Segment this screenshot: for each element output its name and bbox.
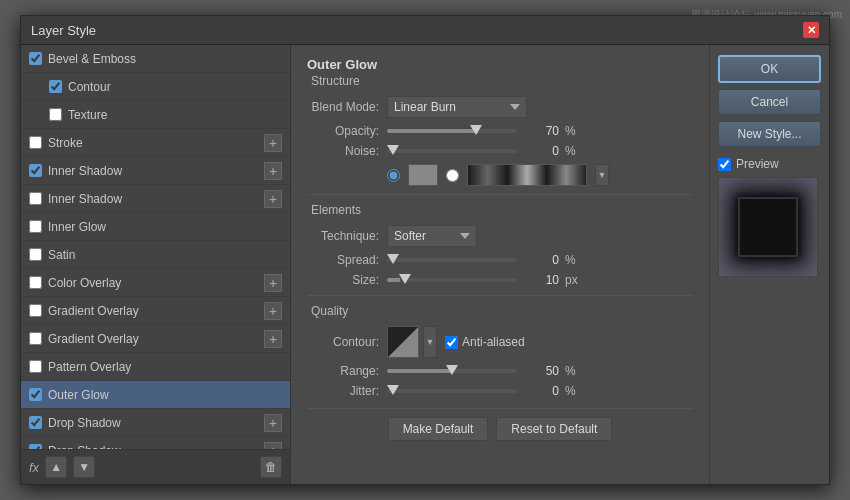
- jitter-slider[interactable]: [387, 389, 517, 393]
- size-row: Size: 10 px: [307, 273, 693, 287]
- layer-item-gradient-overlay-2[interactable]: Gradient Overlay +: [21, 325, 290, 353]
- contour-label: Contour:: [307, 335, 387, 349]
- add-color-overlay-button[interactable]: +: [264, 274, 282, 292]
- label-color-overlay: Color Overlay: [48, 276, 264, 290]
- checkbox-contour[interactable]: [49, 80, 62, 93]
- gradient-preview[interactable]: [467, 164, 587, 186]
- add-gradient-overlay-2-button[interactable]: +: [264, 330, 282, 348]
- size-value: 10: [523, 273, 559, 287]
- label-gradient-overlay-2: Gradient Overlay: [48, 332, 264, 346]
- checkbox-drop-shadow-1[interactable]: [29, 416, 42, 429]
- gradient-radio[interactable]: [446, 169, 459, 182]
- contour-preview[interactable]: [387, 326, 419, 358]
- label-bevel-emboss: Bevel & Emboss: [48, 52, 282, 66]
- section-title: Outer Glow: [307, 57, 693, 72]
- opacity-slider[interactable]: [387, 129, 517, 133]
- noise-label: Noise:: [307, 144, 387, 158]
- add-inner-shadow-1-button[interactable]: +: [264, 162, 282, 180]
- range-slider[interactable]: [387, 369, 517, 373]
- layer-item-stroke[interactable]: Stroke +: [21, 129, 290, 157]
- layer-item-drop-shadow-2[interactable]: Drop Shadow +: [21, 437, 290, 449]
- left-panel: Bevel & Emboss Contour Texture Stroke +: [21, 45, 291, 484]
- delete-button[interactable]: 🗑: [260, 456, 282, 478]
- spread-row: Spread: 0 %: [307, 253, 693, 267]
- add-inner-shadow-2-button[interactable]: +: [264, 190, 282, 208]
- make-default-button[interactable]: Make Default: [388, 417, 489, 441]
- blend-mode-label: Blend Mode:: [307, 100, 387, 114]
- ok-button[interactable]: OK: [718, 55, 821, 83]
- layer-item-inner-glow[interactable]: Inner Glow: [21, 213, 290, 241]
- divider-2: [307, 295, 693, 296]
- spread-slider[interactable]: [387, 258, 517, 262]
- layer-item-color-overlay[interactable]: Color Overlay +: [21, 269, 290, 297]
- anti-aliased-checkbox-label[interactable]: Anti-aliased: [445, 335, 525, 349]
- center-panel: Outer Glow Structure Blend Mode: Linear …: [291, 45, 709, 484]
- noise-value: 0: [523, 144, 559, 158]
- solid-color-radio[interactable]: [387, 169, 400, 182]
- checkbox-texture[interactable]: [49, 108, 62, 121]
- contour-row: Contour: ▼ Anti-aliased: [307, 326, 693, 358]
- blend-mode-select[interactable]: Linear Burn Normal Multiply Screen: [387, 96, 527, 118]
- elements-label: Elements: [307, 203, 693, 217]
- layer-item-gradient-overlay-1[interactable]: Gradient Overlay +: [21, 297, 290, 325]
- add-drop-shadow-1-button[interactable]: +: [264, 414, 282, 432]
- range-row: Range: 50 %: [307, 364, 693, 378]
- opacity-unit: %: [565, 124, 581, 138]
- checkbox-pattern-overlay[interactable]: [29, 360, 42, 373]
- checkbox-stroke[interactable]: [29, 136, 42, 149]
- preview-checkbox-label[interactable]: Preview: [718, 157, 821, 171]
- layer-item-bevel-emboss[interactable]: Bevel & Emboss: [21, 45, 290, 73]
- label-gradient-overlay-1: Gradient Overlay: [48, 304, 264, 318]
- spread-label: Spread:: [307, 253, 387, 267]
- noise-slider[interactable]: [387, 149, 517, 153]
- range-slider-container: 50 %: [387, 364, 693, 378]
- checkbox-bevel-emboss[interactable]: [29, 52, 42, 65]
- layer-item-texture[interactable]: Texture: [21, 101, 290, 129]
- checkbox-inner-shadow-1[interactable]: [29, 164, 42, 177]
- layer-item-inner-shadow-1[interactable]: Inner Shadow +: [21, 157, 290, 185]
- close-button[interactable]: ✕: [803, 22, 819, 38]
- structure-label: Structure: [307, 74, 693, 88]
- move-up-button[interactable]: ▲: [45, 456, 67, 478]
- checkbox-drop-shadow-2[interactable]: [29, 444, 42, 449]
- cancel-button[interactable]: Cancel: [718, 89, 821, 115]
- add-stroke-button[interactable]: +: [264, 134, 282, 152]
- dialog-body: Bevel & Emboss Contour Texture Stroke +: [21, 45, 829, 484]
- checkbox-satin[interactable]: [29, 248, 42, 261]
- gradient-arrow-button[interactable]: ▼: [595, 164, 609, 186]
- anti-aliased-checkbox[interactable]: [445, 336, 458, 349]
- move-down-button[interactable]: ▼: [73, 456, 95, 478]
- layer-item-contour[interactable]: Contour: [21, 73, 290, 101]
- checkbox-inner-glow[interactable]: [29, 220, 42, 233]
- preview-checkbox[interactable]: [718, 158, 731, 171]
- quality-label: Quality: [307, 304, 693, 318]
- label-drop-shadow-2: Drop Shadow: [48, 444, 264, 450]
- add-drop-shadow-2-button[interactable]: +: [264, 442, 282, 450]
- technique-select[interactable]: Softer Precise: [387, 225, 477, 247]
- checkbox-gradient-overlay-2[interactable]: [29, 332, 42, 345]
- technique-row: Technique: Softer Precise: [307, 225, 693, 247]
- color-swatch[interactable]: [408, 164, 438, 186]
- size-slider[interactable]: [387, 278, 517, 282]
- size-unit: px: [565, 273, 581, 287]
- layer-item-pattern-overlay[interactable]: Pattern Overlay: [21, 353, 290, 381]
- checkbox-outer-glow[interactable]: [29, 388, 42, 401]
- dialog-window: Layer Style ✕ Bevel & Emboss Contour: [20, 15, 830, 485]
- right-panel: OK Cancel New Style... Preview: [709, 45, 829, 484]
- add-gradient-overlay-1-button[interactable]: +: [264, 302, 282, 320]
- new-style-button[interactable]: New Style...: [718, 121, 821, 147]
- checkbox-color-overlay[interactable]: [29, 276, 42, 289]
- layer-item-outer-glow[interactable]: Outer Glow: [21, 381, 290, 409]
- contour-dropdown-arrow[interactable]: ▼: [423, 326, 437, 358]
- jitter-row: Jitter: 0 %: [307, 384, 693, 398]
- opacity-row: Opacity: 70 %: [307, 124, 693, 138]
- preview-canvas: [718, 177, 818, 277]
- layer-item-satin[interactable]: Satin: [21, 241, 290, 269]
- reset-to-default-button[interactable]: Reset to Default: [496, 417, 612, 441]
- layer-item-drop-shadow-1[interactable]: Drop Shadow +: [21, 409, 290, 437]
- checkbox-gradient-overlay-1[interactable]: [29, 304, 42, 317]
- spread-unit: %: [565, 253, 581, 267]
- layer-item-inner-shadow-2[interactable]: Inner Shadow +: [21, 185, 290, 213]
- blend-mode-row: Blend Mode: Linear Burn Normal Multiply …: [307, 96, 693, 118]
- checkbox-inner-shadow-2[interactable]: [29, 192, 42, 205]
